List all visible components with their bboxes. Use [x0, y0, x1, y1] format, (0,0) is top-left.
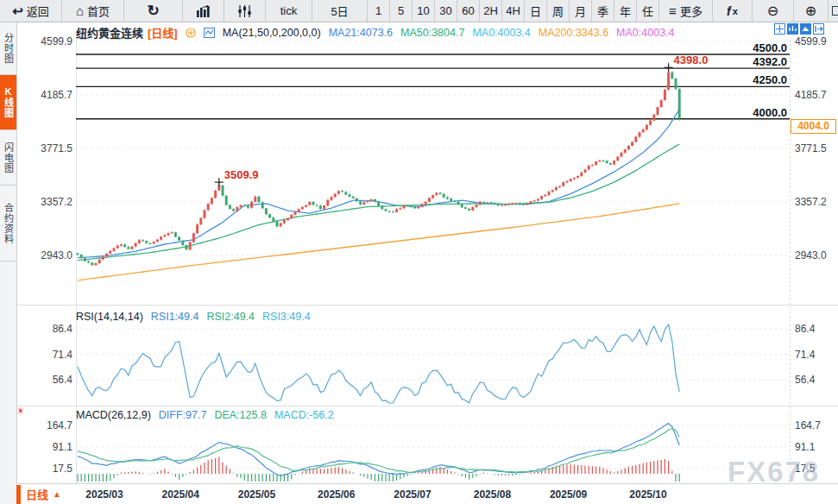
candles: [77, 67, 681, 266]
ma-value-1: MA21:4073.6: [329, 27, 393, 39]
fx-indicator-button[interactable]: fx: [713, 0, 753, 22]
interval-季-button[interactable]: 季: [592, 0, 614, 22]
period-indicator-strip: [16, 485, 21, 504]
indicator-window-icon[interactable]: [800, 23, 811, 35]
interval-月-button[interactable]: 月: [570, 0, 592, 22]
chart-tools: [774, 23, 824, 35]
interval-1-button[interactable]: 1: [368, 0, 390, 22]
axis-tick-label: 3357.2: [41, 196, 72, 208]
axis-tick-label: 71.4: [795, 349, 816, 361]
axis-tick-label: 56.4: [53, 374, 73, 386]
level-label: 4250.0: [753, 73, 787, 86]
bar-chart-style-button[interactable]: [183, 0, 224, 22]
rsi-value-3: RSI3:49.4: [262, 311, 311, 323]
axis-tick-label: 4599.9: [795, 35, 827, 47]
sidebar-tab-4[interactable]: 合约资料: [0, 186, 16, 261]
axis-tick-label: 2943.0: [41, 249, 72, 261]
axis-tick-label: 3771.5: [41, 142, 72, 154]
annotations: 3509.94398.0: [215, 54, 709, 186]
watermark: FX678: [728, 456, 820, 488]
interval-年-button[interactable]: 年: [614, 0, 637, 22]
interval-4H-button[interactable]: 4H: [502, 0, 525, 22]
axis-tick-label: 4185.7: [795, 89, 827, 101]
period-selector[interactable]: 日线 ▲: [26, 486, 61, 502]
x-axis-label: 2025/07: [394, 488, 432, 501]
expand-right-icon[interactable]: [813, 23, 824, 35]
scale-mode-icon[interactable]: [787, 23, 798, 35]
up-arrow-icon: ▲: [53, 489, 61, 499]
current-price-label: 4004.0: [791, 119, 836, 134]
hamburger-icon: ≡: [669, 4, 677, 17]
x-axis-label: 2025/05: [238, 488, 276, 501]
ma-formula: MA(21,50,0,200,0,0): [223, 27, 321, 39]
macd-pane: [78, 424, 679, 482]
5d-label: 5日: [331, 3, 348, 19]
ma-value-5: MA0:4003.4: [616, 27, 674, 39]
interval-周-button[interactable]: 周: [547, 0, 570, 22]
interval-10-button[interactable]: 10: [413, 0, 435, 22]
home-icon: ⌂: [76, 4, 84, 17]
sidebar-tab-3[interactable]: 闪电图: [0, 130, 16, 186]
period-tag: [日线]: [148, 24, 178, 41]
interval-60-button[interactable]: 60: [457, 0, 480, 22]
axis-tick-label: 4599.9: [41, 35, 72, 47]
axis-tick-label: 86.4: [795, 323, 816, 335]
axis-labels: 4599.94599.94185.74185.73771.53771.53357…: [41, 35, 827, 501]
price-annotation: 3509.9: [224, 168, 259, 181]
sidebar-tab-1[interactable]: 分时图: [0, 22, 16, 75]
candle-style-button[interactable]: [224, 0, 266, 22]
partial-icon: [832, 6, 838, 16]
bar-chart-icon: [196, 5, 211, 17]
axis-tick-label: 71.4: [53, 349, 73, 361]
axis-tick-label: 91.1: [53, 441, 73, 453]
crosshair-icon[interactable]: [774, 23, 785, 35]
interval-5d-button[interactable]: 5日: [312, 0, 368, 22]
symbol-title: 纽约黄金连续: [76, 24, 143, 41]
interval-任-button[interactable]: 任: [637, 0, 659, 22]
level-label: 4000.0: [753, 106, 787, 119]
interval-30-button[interactable]: 30: [435, 0, 457, 22]
zoom-out-icon: ⊖: [767, 4, 778, 18]
toolbar: ↩ 返回 ⌂ 首页 ↻ tick 5日 151030602H4H日周月季年任: [0, 0, 838, 22]
interval-日-button[interactable]: 日: [525, 0, 547, 22]
refresh-icon: ↻: [147, 3, 159, 18]
x-axis-label: 2025/08: [474, 488, 512, 501]
axis-tick-label: 3771.5: [795, 142, 827, 154]
level-label: 4392.0: [753, 55, 787, 68]
rsi-value-1: RSI1:49.4: [151, 311, 199, 323]
x-axis-label: 2025/04: [162, 488, 200, 501]
sidebar-tab-2[interactable]: K线图: [0, 75, 16, 130]
rsi-formula: RSI(14,14,14): [76, 311, 143, 323]
ma-value-2: MA50:3804.7: [400, 27, 464, 39]
macd-value-2: DEA:125.8: [214, 409, 266, 421]
zoom-in-button[interactable]: ⊕: [794, 0, 829, 22]
zoom-out-button[interactable]: ⊖: [753, 0, 794, 22]
macd-header: MACD(26,12,9) DIFF:97.7DEA:125.8MACD:-56…: [76, 409, 334, 421]
interval-2H-button[interactable]: 2H: [480, 0, 502, 22]
home-button[interactable]: ⌂ 首页: [62, 0, 124, 22]
chart-canvas[interactable]: 4500.04392.04250.04000.04599.94599.94185…: [0, 0, 838, 504]
axis-tick-label: 91.1: [795, 441, 816, 453]
tick-label: tick: [280, 4, 298, 17]
chart-type-icon[interactable]: [204, 28, 215, 38]
sliders-icon: [237, 5, 252, 17]
refresh-button[interactable]: ↻: [124, 0, 183, 22]
interval-tick-button[interactable]: tick: [266, 0, 312, 22]
sidebar: 分时图K线图闪电图合约资料: [0, 22, 17, 504]
toolbar-overflow-button[interactable]: [829, 0, 838, 22]
indicator-settings-icon[interactable]: ☀: [16, 406, 25, 417]
add-indicator-icon[interactable]: [186, 28, 196, 38]
trading-app: 4500.04392.04250.04000.04599.94599.94185…: [0, 0, 838, 504]
axis-tick-label: 164.7: [47, 419, 72, 432]
interval-5-button[interactable]: 5: [390, 0, 413, 22]
home-label: 首页: [87, 3, 110, 19]
ma-value-3: MA0:4003.4: [472, 27, 530, 39]
axis-tick-label: 86.4: [53, 323, 73, 335]
level-label: 4500.0: [753, 41, 787, 54]
more-button[interactable]: ≡ 更多: [659, 0, 713, 22]
back-button[interactable]: ↩ 返回: [0, 0, 62, 22]
axis-tick-label: 56.4: [795, 374, 816, 386]
more-label: 更多: [680, 3, 703, 19]
macd-value-1: DIFF:97.7: [159, 409, 207, 421]
x-axis-label: 2025/10: [629, 488, 667, 501]
